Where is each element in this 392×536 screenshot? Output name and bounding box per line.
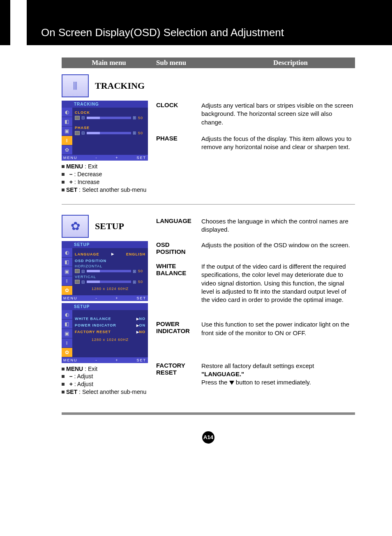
side-strip (10, 0, 27, 45)
phase-label: PHASE (156, 135, 201, 152)
slider-icon (75, 116, 80, 120)
wb-desc: If the output of the video card is diffe… (201, 262, 355, 304)
slider-icon (75, 131, 80, 135)
pi-value: ON (139, 323, 146, 327)
fr-desc: Restore all factory default settings exc… (201, 362, 355, 387)
osd-tab-icon: ⦀ (62, 136, 72, 145)
osd-footer-menu: MENU (63, 156, 78, 160)
wb-label: WHITEBALANCE (156, 262, 201, 304)
plus-icon: ⊞ (133, 131, 136, 135)
pi-label: POWER INDICATOR (75, 323, 116, 327)
tracking-osd-panel: TRACKING ◐ ◧ ▣ ⦀ ✿ CLOCK (62, 101, 148, 161)
tracking-icon: ⦀ (62, 74, 89, 97)
minus-icon: ⊟ (81, 115, 85, 120)
column-header-row: Main menu Sub menu Description (62, 58, 355, 68)
col-desc: Description (226, 59, 355, 67)
setup-section: ✿ SETUP SETUP ◐ ◧ ▣ ⦀ ✿ LANGUAGE (62, 215, 355, 396)
osd-header: TRACKING (62, 101, 148, 108)
header-bar: On Screen Display(OSD) Selection and Adj… (0, 0, 392, 45)
setup-osd-panel-1: SETUP ◐ ◧ ▣ ⦀ ✿ LANGUAGE ▶ ENGLISH (62, 241, 148, 301)
osd-footer-set: SET (136, 156, 146, 160)
page-title: On Screen Display(OSD) Selection and Adj… (41, 26, 284, 39)
wb-value: NO (139, 317, 146, 321)
resolution: 1280 x 1024 60HZ (75, 285, 145, 292)
osd-clock-value: 50 (138, 116, 145, 120)
osd-tab-icon: ⦀ (62, 276, 72, 286)
page-number: A14 (202, 431, 214, 444)
tracking-title: TRACKING (95, 81, 145, 91)
bottom-bar (62, 412, 355, 415)
osd-tab-icon: ✿ (62, 286, 72, 295)
horiz-value: 50 (138, 269, 145, 273)
fr-label: FACTORYRESET (156, 362, 201, 387)
osd-tab-icon: ✿ (62, 145, 72, 155)
plus-icon: ⊞ (133, 269, 136, 274)
slider-icon (75, 269, 80, 273)
wb-label: WHITE BALANCE (75, 317, 111, 321)
plus-icon: ⊞ (133, 115, 136, 120)
osd-footer-minus: - (95, 156, 97, 160)
fr-value: NO (139, 330, 146, 334)
osd-tab-icon: ◐ (62, 248, 72, 258)
osdpos-label: OSDPOSITION (156, 241, 201, 255)
phase-desc: Adjusts the focus of the display. This i… (201, 135, 355, 152)
setup-icon: ✿ (62, 215, 89, 238)
setup-osd-panel-2: SETUP ◐ ◧ ▣ ⦀ ✿ WHITE BALANCE▶NO POWER I… (62, 303, 148, 363)
horiz-label: HORIZONTAL (75, 264, 145, 268)
osdpos-label: OSD POSITION (75, 259, 145, 263)
osd-phase-label: PHASE (75, 126, 145, 130)
osd-tab-icon: ▣ (62, 329, 72, 338)
lang-value: ENGLISH (126, 252, 145, 256)
col-main: Main menu (62, 59, 156, 67)
osd-footer-plus: + (115, 156, 118, 160)
down-triangle-icon (229, 381, 234, 385)
osd-tab-icon: ◧ (62, 117, 72, 127)
osdpos-desc: Adjusts the position of the OSD window o… (201, 241, 355, 255)
clock-label: CLOCK (156, 101, 201, 127)
setup-hints: MENU : Exit – : Adjust + : Adjust SET : … (62, 365, 156, 396)
divider (62, 204, 355, 205)
col-sub: Sub menu (156, 59, 226, 67)
vert-value: 50 (138, 280, 145, 284)
osd-tab-icon: ◐ (62, 310, 72, 320)
tracking-hints: MENU : Exit – : Decrease + : Increase SE… (62, 163, 156, 194)
minus-icon: ⊟ (81, 280, 85, 284)
content: Main menu Sub menu Description ⦀ TRACKIN… (0, 45, 392, 456)
osd-tab-icon: ◧ (62, 320, 72, 329)
setup-title: SETUP (95, 221, 124, 232)
osd-tab-icon: ✿ (62, 348, 72, 357)
osd-header: SETUP (62, 241, 148, 248)
clock-desc: Adjusts any vertical bars or stripes vis… (201, 101, 355, 127)
plus-icon: ⊞ (133, 280, 136, 284)
vert-label: VERTICAL (75, 275, 145, 279)
minus-icon: ⊟ (81, 269, 85, 274)
resolution: 1280 x 1024 60HZ (75, 336, 145, 343)
lang-label: LANGUAGE (75, 252, 99, 256)
language-label: LANGUAGE (156, 217, 201, 234)
pi-desc: Use this function to set the power indic… (201, 320, 355, 337)
osd-clock-label: CLOCK (75, 110, 145, 115)
osd-tab-icon: ▣ (62, 267, 72, 276)
osd-phase-value: 50 (138, 131, 145, 135)
pi-label: POWERINDICATOR (156, 320, 201, 337)
slider-icon (75, 280, 80, 284)
fr-label: FACTORY RESET (75, 330, 111, 334)
osd-tab-icon: ◐ (62, 108, 72, 117)
language-desc: Chooses the language in which the contro… (201, 217, 355, 234)
arrow-icon: ▶ (111, 252, 114, 256)
minus-icon: ⊟ (81, 131, 85, 135)
osd-header: SETUP (62, 303, 148, 310)
osd-tab-icon: ⦀ (62, 338, 72, 348)
osd-tab-icon: ▣ (62, 127, 72, 136)
osd-tab-icon: ◧ (62, 258, 72, 267)
tracking-section: ⦀ TRACKING TRACKING ◐ ◧ ▣ ⦀ ✿ CLOCK (62, 74, 355, 194)
